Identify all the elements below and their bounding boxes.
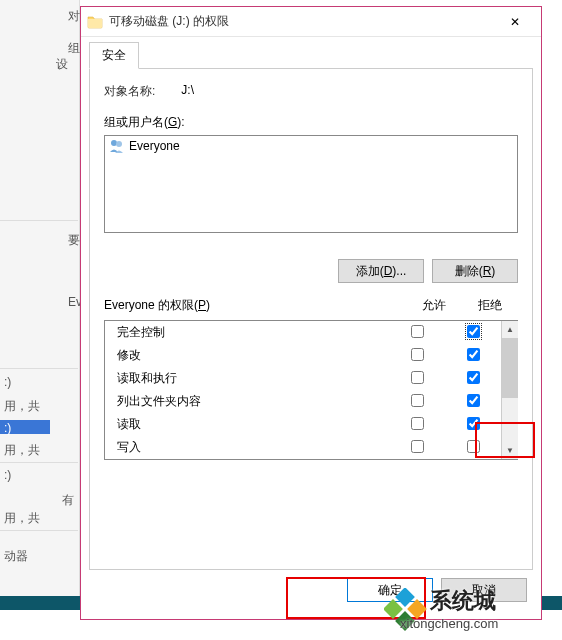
svg-rect-2 xyxy=(395,588,415,607)
bg-text: :) xyxy=(4,375,11,389)
tab-security[interactable]: 安全 xyxy=(89,42,139,69)
object-name-label: 对象名称: xyxy=(104,83,155,100)
svg-point-0 xyxy=(111,140,117,146)
deny-checkbox[interactable] xyxy=(467,325,480,338)
permission-name: 列出文件夹内容 xyxy=(105,393,389,410)
bg-text: 设 xyxy=(56,56,68,73)
watermark: 系统城 xitongcheng.com xyxy=(384,584,554,640)
folder-icon xyxy=(87,14,103,30)
add-button[interactable]: 添加(D)... xyxy=(338,259,424,283)
allow-checkbox[interactable] xyxy=(411,417,424,430)
scroll-thumb[interactable] xyxy=(502,338,518,398)
bg-text: 动器 xyxy=(4,548,28,565)
close-button[interactable]: ✕ xyxy=(495,8,535,36)
list-item-label: Everyone xyxy=(129,139,180,153)
users-icon xyxy=(109,138,125,154)
users-listbox[interactable]: Everyone xyxy=(104,135,518,233)
watermark-url: xitongcheng.com xyxy=(400,616,498,631)
deny-checkbox[interactable] xyxy=(467,394,480,407)
permission-name: 读取 xyxy=(105,416,389,433)
bg-text: :) xyxy=(4,421,11,435)
tab-strip: 安全 xyxy=(81,37,541,68)
permission-row: 读取 xyxy=(105,413,501,436)
permission-row: 写入 xyxy=(105,436,501,459)
list-item[interactable]: Everyone xyxy=(105,136,517,156)
scroll-up-icon[interactable]: ▲ xyxy=(502,321,518,338)
allow-checkbox[interactable] xyxy=(411,371,424,384)
permission-row: 读取和执行 xyxy=(105,367,501,390)
allow-checkbox[interactable] xyxy=(411,394,424,407)
bg-text: 用，共 xyxy=(4,442,40,459)
titlebar[interactable]: 可移动磁盘 (J:) 的权限 ✕ xyxy=(81,7,541,37)
tab-body: 对象名称: J:\ 组或用户名(G): Everyone 添加(D)... xyxy=(89,68,533,570)
dialog-title: 可移动磁盘 (J:) 的权限 xyxy=(109,13,495,30)
group-users-label: 组或用户名(G): xyxy=(104,114,518,131)
close-icon: ✕ xyxy=(510,15,520,29)
bg-text: 组 xyxy=(68,40,80,57)
permission-row: 完全控制 xyxy=(105,321,501,344)
allow-checkbox[interactable] xyxy=(411,325,424,338)
allow-checkbox[interactable] xyxy=(411,348,424,361)
permission-name: 完全控制 xyxy=(105,324,389,341)
remove-button[interactable]: 删除(R) xyxy=(432,259,518,283)
deny-checkbox[interactable] xyxy=(467,440,480,453)
bg-text: 用，共 xyxy=(4,510,40,527)
deny-checkbox[interactable] xyxy=(467,371,480,384)
permission-name: 修改 xyxy=(105,347,389,364)
bg-text: 要 xyxy=(68,232,80,249)
permissions-dialog: 可移动磁盘 (J:) 的权限 ✕ 安全 对象名称: J:\ 组或用户名(G): … xyxy=(80,6,542,620)
bg-text: 对 xyxy=(68,8,80,25)
permission-name: 读取和执行 xyxy=(105,370,389,387)
permissions-list: 完全控制修改读取和执行列出文件夹内容读取写入 ▲ ▼ xyxy=(104,320,518,460)
scroll-down-icon[interactable]: ▼ xyxy=(502,442,518,459)
bg-text: 用，共 xyxy=(4,398,40,415)
bg-text: 有 xyxy=(62,492,74,509)
bg-text: :) xyxy=(4,468,11,482)
column-deny: 拒绝 xyxy=(462,297,518,314)
permission-name: 写入 xyxy=(105,439,389,456)
svg-point-1 xyxy=(116,141,122,147)
scrollbar[interactable]: ▲ ▼ xyxy=(501,321,518,459)
permission-row: 修改 xyxy=(105,344,501,367)
deny-checkbox[interactable] xyxy=(467,417,480,430)
object-name-value: J:\ xyxy=(181,83,194,100)
permissions-title: Everyone 的权限(P) xyxy=(104,297,406,314)
column-allow: 允许 xyxy=(406,297,462,314)
allow-checkbox[interactable] xyxy=(411,440,424,453)
watermark-brand: 系统城 xyxy=(430,586,496,616)
deny-checkbox[interactable] xyxy=(467,348,480,361)
permission-row: 列出文件夹内容 xyxy=(105,390,501,413)
